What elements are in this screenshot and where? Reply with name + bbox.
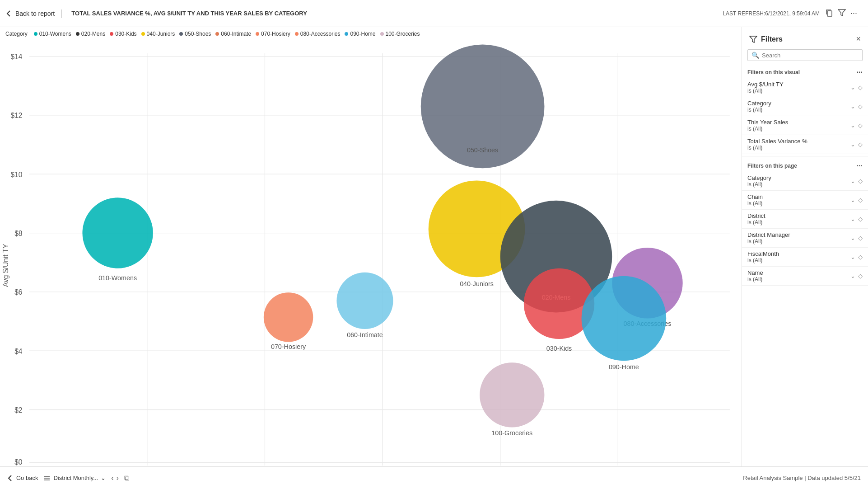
- bottom-bar-left: Go back District Monthly... ⌄ ‹ › ⧉: [7, 474, 129, 482]
- divider-bar: |: [60, 8, 62, 19]
- back-to-report-button[interactable]: Back to report: [5, 10, 55, 17]
- filter-page-category[interactable]: Category is (All) ⌄ ◇: [742, 172, 868, 191]
- filter-name-name: Name: [747, 269, 850, 276]
- filter-district-expand[interactable]: ⌄: [850, 216, 855, 222]
- visual-filters-more[interactable]: ···: [857, 68, 863, 76]
- filter-category-clear[interactable]: ◇: [858, 103, 863, 110]
- filter-name-value: is (All): [747, 276, 850, 282]
- page-filters-more[interactable]: ···: [857, 162, 863, 170]
- filter-district-clear[interactable]: ◇: [858, 216, 863, 222]
- legend-label-home: 090-Home: [350, 31, 375, 37]
- svg-text:040-Juniors: 040-Juniors: [460, 280, 494, 287]
- svg-text:070-Hosiery: 070-Hosiery: [271, 343, 306, 350]
- tab-dropdown-icon[interactable]: ⌄: [101, 475, 106, 481]
- svg-text:100-Groceries: 100-Groceries: [491, 429, 532, 437]
- bubble-chart[interactable]: $14 $12 $10 $8 $6 $4 $2 $0 Avg $/Unit TY: [0, 41, 742, 466]
- legend-category-label: Category: [5, 31, 28, 37]
- svg-text:$0: $0: [14, 458, 23, 466]
- filter-district-manager[interactable]: District Manager is (All) ⌄ ◇: [742, 229, 868, 248]
- next-tab-button[interactable]: ›: [116, 474, 118, 482]
- top-bar-icons: ···: [825, 9, 857, 19]
- filter-avg-unit-ty[interactable]: Avg $/Unit TY is (All) ⌄ ◇: [742, 78, 868, 97]
- filter-search-input[interactable]: [762, 52, 859, 59]
- report-name: Retail Analysis Sample | Data updated 5/…: [743, 475, 861, 481]
- filter-chain-clear[interactable]: ◇: [858, 197, 863, 203]
- section-divider: [742, 156, 868, 156]
- svg-text:030-Kids: 030-Kids: [546, 345, 572, 352]
- copy-icon[interactable]: [825, 9, 833, 19]
- filter-total-sales-variance-expand[interactable]: ⌄: [850, 141, 855, 148]
- filter-name[interactable]: Name is (All) ⌄ ◇: [742, 267, 868, 286]
- filter-fiscal-month-value: is (All): [747, 257, 850, 263]
- filter-avg-unit-ty-expand[interactable]: ⌄: [850, 84, 855, 91]
- filter-total-sales-variance-value: is (All): [747, 145, 850, 151]
- filter-avg-unit-ty-icons: ⌄ ◇: [850, 84, 863, 91]
- more-options-icon[interactable]: ···: [850, 9, 857, 18]
- filter-this-year-sales-name: This Year Sales: [747, 119, 850, 126]
- legend-label-accessories: 080-Accessories: [300, 31, 341, 37]
- filter-total-sales-variance[interactable]: Total Sales Variance % is (All) ⌄ ◇: [742, 135, 868, 154]
- legend-item-accessories: 080-Accessories: [295, 31, 341, 37]
- panel-header: Filters ×: [742, 27, 868, 47]
- legend-dot-hosiery: [256, 32, 259, 36]
- filter-district-manager-icons: ⌄ ◇: [850, 235, 863, 241]
- bubble-090-home[interactable]: [582, 276, 667, 361]
- filter-name-expand[interactable]: ⌄: [850, 273, 855, 279]
- legend-item-shoes: 050-Shoes: [179, 31, 211, 37]
- filter-chain-expand[interactable]: ⌄: [850, 197, 855, 203]
- filter-district-manager-clear[interactable]: ◇: [858, 235, 863, 241]
- go-back-button[interactable]: Go back: [7, 475, 38, 481]
- filter-avg-unit-ty-left: Avg $/Unit TY is (All): [747, 81, 850, 94]
- search-icon: 🔍: [751, 52, 759, 59]
- filter-this-year-sales-expand[interactable]: ⌄: [850, 122, 855, 129]
- panel-close-button[interactable]: ×: [856, 34, 861, 44]
- bubble-060-intimate[interactable]: [336, 273, 393, 329]
- legend-item-groceries: 100-Groceries: [380, 31, 420, 37]
- filter-fiscal-month-expand[interactable]: ⌄: [850, 254, 855, 260]
- filter-page-category-expand[interactable]: ⌄: [850, 178, 855, 184]
- filter-name-clear[interactable]: ◇: [858, 273, 863, 279]
- fullscreen-button[interactable]: ⧉: [124, 474, 129, 482]
- legend-dot-accessories: [295, 32, 299, 36]
- filter-this-year-sales-icons: ⌄ ◇: [850, 122, 863, 129]
- filter-avg-unit-ty-clear[interactable]: ◇: [858, 84, 863, 91]
- legend-label-shoes: 050-Shoes: [185, 31, 211, 37]
- prev-tab-button[interactable]: ‹: [111, 474, 113, 482]
- filter-this-year-sales-value: is (All): [747, 126, 850, 132]
- filter-total-sales-variance-clear[interactable]: ◇: [858, 141, 863, 148]
- filter-district[interactable]: District is (All) ⌄ ◇: [742, 210, 868, 229]
- filters-scroll: Filters on this visual ··· Avg $/Unit TY…: [742, 65, 868, 466]
- legend: Category 010-Womens 020-Mens 030-Kids 04…: [0, 27, 742, 41]
- filter-chain-value: is (All): [747, 200, 850, 207]
- filter-icon[interactable]: [838, 9, 846, 19]
- filter-category[interactable]: Category is (All) ⌄ ◇: [742, 97, 868, 116]
- bubble-100-groceries[interactable]: [480, 362, 544, 427]
- filter-district-manager-expand[interactable]: ⌄: [850, 235, 855, 241]
- svg-text:060-Intimate: 060-Intimate: [347, 331, 383, 339]
- bottom-tab-arrows: ‹ ›: [111, 474, 119, 482]
- filter-fiscal-month-clear[interactable]: ◇: [858, 254, 863, 260]
- filter-page-category-clear[interactable]: ◇: [858, 178, 863, 184]
- filter-category-expand[interactable]: ⌄: [850, 103, 855, 110]
- tab-menu-icon: [43, 475, 51, 482]
- bubble-010-womens[interactable]: [82, 197, 153, 268]
- filter-this-year-sales-clear[interactable]: ◇: [858, 122, 863, 129]
- legend-label-juniors: 040-Juniors: [147, 31, 175, 37]
- filter-category-icons: ⌄ ◇: [850, 103, 863, 110]
- filter-panel-icon: [749, 35, 757, 43]
- filter-this-year-sales[interactable]: This Year Sales is (All) ⌄ ◇: [742, 116, 868, 135]
- filter-fiscal-month-name: FiscalMonth: [747, 250, 850, 257]
- filter-chain[interactable]: Chain is (All) ⌄ ◇: [742, 191, 868, 210]
- legend-dot-mens: [76, 32, 79, 36]
- filter-fiscal-month[interactable]: FiscalMonth is (All) ⌄ ◇: [742, 248, 868, 267]
- filter-district-manager-name: District Manager: [747, 231, 850, 238]
- filter-search-box[interactable]: 🔍: [747, 49, 863, 61]
- filter-district-manager-value: is (All): [747, 238, 850, 244]
- svg-text:$14: $14: [10, 53, 22, 61]
- bubble-070-hosiery[interactable]: [264, 292, 313, 342]
- filter-chain-left: Chain is (All): [747, 193, 850, 207]
- filters-panel: Filters × 🔍 Filters on this visual ··· A…: [742, 27, 868, 466]
- svg-text:Avg $/Unit TY: Avg $/Unit TY: [2, 244, 9, 287]
- filter-this-year-sales-left: This Year Sales is (All): [747, 119, 850, 132]
- legend-label-groceries: 100-Groceries: [386, 31, 420, 37]
